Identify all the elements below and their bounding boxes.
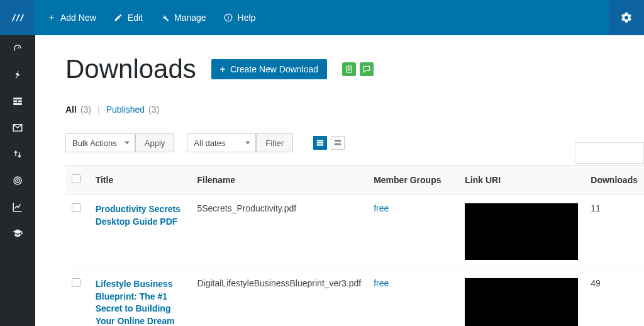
col-downloads: Downloads: [584, 166, 644, 194]
app-logo[interactable]: [0, 0, 35, 35]
view-list-button[interactable]: [313, 136, 327, 150]
chat-badge-button[interactable]: [360, 62, 374, 76]
col-link-uri: Link URI: [458, 166, 584, 194]
row-downloads: 49: [584, 269, 644, 327]
col-filename: Filename: [191, 166, 367, 194]
table-row: Lifestyle Business Blueprint: The #1 Sec…: [65, 269, 644, 327]
svg-point-9: [17, 180, 18, 181]
list-icon: [316, 138, 325, 147]
row-member-group-link[interactable]: free: [374, 203, 389, 213]
add-new-menu[interactable]: Add New: [48, 13, 96, 23]
row-uri-image: [465, 203, 578, 260]
grid-icon: [12, 96, 23, 107]
plus-icon: [48, 14, 55, 21]
edit-menu[interactable]: Edit: [114, 13, 143, 23]
status-filter: All (3) | Published (3): [65, 104, 644, 115]
sidebar-dashboard[interactable]: [0, 35, 35, 62]
svg-rect-4: [13, 101, 17, 103]
status-all-count: (3): [80, 104, 91, 115]
help-menu[interactable]: Help: [224, 13, 256, 23]
sidebar-analytics[interactable]: [0, 194, 35, 220]
svg-rect-17: [335, 140, 341, 142]
svg-rect-18: [335, 143, 341, 145]
pin-icon: [12, 69, 23, 81]
topbar: Add New Edit Manage Help: [0, 0, 644, 35]
chevron-down-icon: [125, 142, 130, 145]
svg-rect-3: [13, 98, 22, 99]
row-uri-image: [465, 278, 578, 326]
settings-button[interactable]: [609, 0, 644, 35]
apply-button[interactable]: Apply: [135, 133, 175, 152]
svg-rect-15: [317, 142, 324, 143]
page-title: Downloads: [65, 54, 196, 84]
manage-menu[interactable]: Manage: [160, 13, 206, 23]
view-excerpt-button[interactable]: [331, 136, 345, 150]
row-title-link[interactable]: Lifestyle Business Blueprint: The #1 Sec…: [96, 278, 185, 326]
dates-label: All dates: [194, 138, 225, 148]
downloads-table: Title Filename Member Groups Link URI Do…: [65, 165, 644, 326]
row-filename: DigitalLifestyleBusinessBlueprint_ver3.p…: [191, 269, 367, 327]
svg-rect-16: [317, 144, 324, 145]
svg-rect-5: [18, 101, 22, 103]
sidebar-target[interactable]: [0, 167, 35, 194]
sidebar-pin[interactable]: [0, 62, 35, 88]
row-filename: 5Secrets_Productivity.pdf: [191, 194, 367, 269]
create-download-button[interactable]: + Create New Download: [211, 59, 327, 79]
target-icon: [12, 175, 23, 186]
svg-rect-2: [228, 17, 228, 20]
add-new-label: Add New: [60, 13, 96, 23]
chat-icon: [362, 65, 371, 74]
help-label: Help: [238, 13, 256, 23]
chart-icon: [12, 201, 23, 213]
sidebar-mail[interactable]: [0, 115, 35, 141]
excerpt-icon: [333, 138, 342, 147]
sidebar-grid[interactable]: [0, 88, 35, 115]
row-checkbox[interactable]: [72, 203, 80, 212]
row-member-group-link[interactable]: free: [374, 278, 389, 288]
gauge-icon: [12, 43, 23, 54]
manage-label: Manage: [174, 13, 206, 23]
bulk-actions-select[interactable]: Bulk Actions: [65, 133, 135, 152]
table-row: Productivity Secrets Desktop Guide PDF 5…: [65, 194, 644, 269]
status-published-count: (3): [148, 104, 159, 115]
dates-select[interactable]: All dates: [187, 133, 256, 152]
edit-label: Edit: [128, 13, 143, 23]
doc-icon: [345, 65, 353, 74]
sidebar: [0, 35, 35, 326]
create-download-label: Create New Download: [230, 64, 318, 74]
bulk-actions-label: Bulk Actions: [72, 138, 117, 148]
updown-icon: [12, 149, 23, 160]
pencil-icon: [114, 13, 123, 22]
row-checkbox[interactable]: [72, 278, 80, 287]
doc-badge-button[interactable]: [342, 62, 356, 76]
status-published[interactable]: Published: [106, 104, 145, 115]
col-title[interactable]: Title: [89, 166, 191, 194]
row-title-link[interactable]: Productivity Secrets Desktop Guide PDF: [96, 203, 185, 228]
filter-button[interactable]: Filter: [256, 133, 293, 152]
wrench-icon: [160, 13, 169, 22]
plus-icon: +: [220, 64, 225, 74]
main-content: Downloads + Create New Download All (3) …: [35, 35, 644, 326]
info-icon: [224, 13, 233, 22]
svg-point-1: [228, 16, 229, 17]
sidebar-education[interactable]: [0, 220, 35, 247]
row-downloads: 11: [584, 194, 644, 269]
gear-icon: [620, 11, 633, 24]
sidebar-transfer[interactable]: [0, 141, 35, 167]
svg-rect-6: [13, 103, 22, 105]
chevron-down-icon: [245, 142, 250, 145]
mail-icon: [12, 122, 23, 133]
search-input[interactable]: [575, 142, 644, 164]
select-all-checkbox[interactable]: [72, 174, 80, 183]
cap-icon: [12, 228, 23, 239]
status-all[interactable]: All: [65, 104, 77, 115]
topbar-menu: Add New Edit Manage Help: [35, 0, 255, 35]
col-member-groups: Member Groups: [367, 166, 458, 194]
svg-rect-14: [317, 140, 324, 141]
